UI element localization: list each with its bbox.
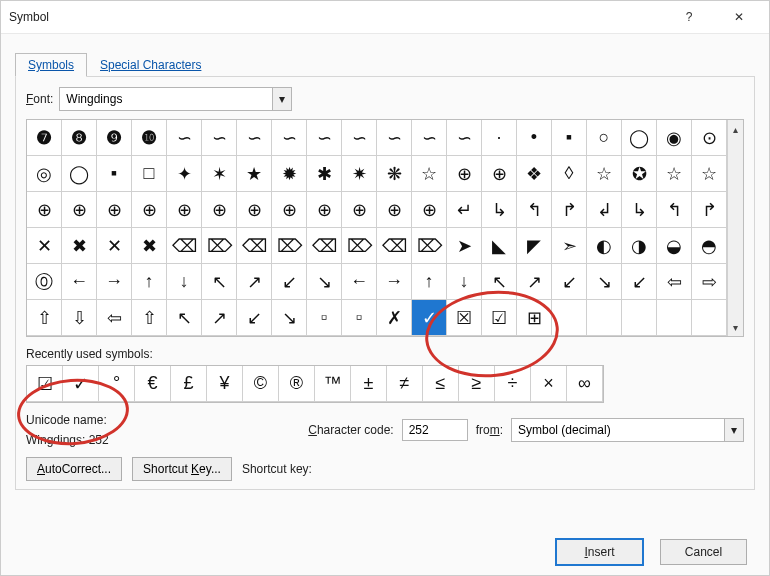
symbol-cell[interactable]: ↘: [272, 300, 307, 336]
scrollbar[interactable]: ▴ ▾: [727, 120, 743, 336]
insert-button[interactable]: Insert: [555, 538, 644, 566]
symbol-cell[interactable]: ✷: [342, 156, 377, 192]
symbol-cell[interactable]: ⊕: [132, 192, 167, 228]
symbol-cell[interactable]: [692, 300, 727, 336]
recent-symbol-cell[interactable]: ×: [531, 366, 567, 402]
symbol-cell[interactable]: ↑: [132, 264, 167, 300]
symbol-cell[interactable]: ⌫: [237, 228, 272, 264]
symbol-cell[interactable]: ↵: [447, 192, 482, 228]
symbol-cell[interactable]: ⊙: [692, 120, 727, 156]
tab-special-characters[interactable]: Special Characters: [87, 53, 214, 77]
symbol-cell[interactable]: ↖: [167, 300, 202, 336]
symbol-cell[interactable]: ⊕: [27, 192, 62, 228]
symbol-cell[interactable]: ∽: [202, 120, 237, 156]
symbol-cell[interactable]: ☑: [482, 300, 517, 336]
symbol-cell[interactable]: ∽: [167, 120, 202, 156]
symbol-cell[interactable]: ∽: [377, 120, 412, 156]
symbol-cell[interactable]: ○: [587, 120, 622, 156]
symbol-cell[interactable]: ↗: [202, 300, 237, 336]
symbol-cell[interactable]: ⓪: [27, 264, 62, 300]
symbol-cell[interactable]: →: [97, 264, 132, 300]
symbol-cell[interactable]: ❽: [62, 120, 97, 156]
scroll-up-icon[interactable]: ▴: [728, 120, 743, 138]
symbol-cell[interactable]: ⌫: [307, 228, 342, 264]
recent-symbol-cell[interactable]: ≥: [459, 366, 495, 402]
symbol-cell[interactable]: ←: [62, 264, 97, 300]
help-button[interactable]: ?: [667, 3, 711, 31]
symbol-cell[interactable]: ⊕: [482, 156, 517, 192]
symbol-cell[interactable]: ⌦: [202, 228, 237, 264]
symbol-cell[interactable]: ◯: [62, 156, 97, 192]
symbol-cell[interactable]: ⌦: [342, 228, 377, 264]
symbol-cell[interactable]: ↳: [622, 192, 657, 228]
symbol-cell[interactable]: ✹: [272, 156, 307, 192]
symbol-cell[interactable]: ⊕: [167, 192, 202, 228]
symbol-cell[interactable]: ∽: [272, 120, 307, 156]
shortcut-key-button[interactable]: Shortcut Key...: [132, 457, 232, 481]
symbol-grid[interactable]: ❼❽❾❿∽∽∽∽∽∽∽∽∽·•▪○◯◉⊙◎◯▪□✦✶★✹✱✷❋☆⊕⊕❖◊☆✪☆☆…: [27, 120, 727, 336]
cancel-button[interactable]: Cancel: [660, 539, 747, 565]
symbol-cell[interactable]: ↙: [622, 264, 657, 300]
symbol-cell[interactable]: ↖: [202, 264, 237, 300]
symbol-cell[interactable]: ❼: [27, 120, 62, 156]
font-input[interactable]: [60, 89, 272, 109]
symbol-cell[interactable]: ⇧: [27, 300, 62, 336]
symbol-cell[interactable]: →: [377, 264, 412, 300]
symbol-cell[interactable]: ▪: [97, 156, 132, 192]
symbol-cell[interactable]: ⌫: [167, 228, 202, 264]
recent-symbol-cell[interactable]: ✓: [63, 366, 99, 402]
symbol-cell[interactable]: ∽: [342, 120, 377, 156]
recent-symbol-cell[interactable]: ©: [243, 366, 279, 402]
symbol-cell[interactable]: ↓: [167, 264, 202, 300]
symbol-cell[interactable]: ↗: [517, 264, 552, 300]
symbol-cell[interactable]: ✓: [412, 300, 447, 336]
symbol-cell[interactable]: ↙: [237, 300, 272, 336]
close-button[interactable]: ✕: [717, 3, 761, 31]
symbol-cell[interactable]: ⇨: [692, 264, 727, 300]
symbol-cell[interactable]: ∽: [412, 120, 447, 156]
character-code-input[interactable]: [402, 419, 468, 441]
recent-symbol-cell[interactable]: ≠: [387, 366, 423, 402]
symbol-cell[interactable]: ☆: [412, 156, 447, 192]
recent-symbol-cell[interactable]: °: [99, 366, 135, 402]
symbol-cell[interactable]: ↰: [657, 192, 692, 228]
symbol-cell[interactable]: ✪: [622, 156, 657, 192]
tab-symbols[interactable]: Symbols: [15, 53, 87, 77]
from-combo[interactable]: ▾: [511, 418, 744, 442]
symbol-cell[interactable]: ↗: [237, 264, 272, 300]
symbol-cell[interactable]: □: [132, 156, 167, 192]
symbol-cell[interactable]: ❿: [132, 120, 167, 156]
recent-symbol-cell[interactable]: ¥: [207, 366, 243, 402]
symbol-cell[interactable]: ✱: [307, 156, 342, 192]
symbol-cell[interactable]: ◒: [657, 228, 692, 264]
symbol-cell[interactable]: ✕: [97, 228, 132, 264]
symbol-cell[interactable]: ↱: [552, 192, 587, 228]
symbol-cell[interactable]: ☒: [447, 300, 482, 336]
symbol-cell[interactable]: ⊕: [202, 192, 237, 228]
recent-symbol-cell[interactable]: ÷: [495, 366, 531, 402]
symbol-cell[interactable]: ⇧: [132, 300, 167, 336]
symbol-cell[interactable]: ◎: [27, 156, 62, 192]
symbol-cell[interactable]: ❾: [97, 120, 132, 156]
symbol-cell[interactable]: [552, 300, 587, 336]
symbol-cell[interactable]: ⊕: [62, 192, 97, 228]
symbol-cell[interactable]: ↰: [517, 192, 552, 228]
scroll-down-icon[interactable]: ▾: [728, 318, 743, 336]
symbol-cell[interactable]: ↙: [552, 264, 587, 300]
symbol-cell[interactable]: ⌦: [272, 228, 307, 264]
symbol-cell[interactable]: ✖: [62, 228, 97, 264]
from-input[interactable]: [512, 420, 724, 440]
symbol-cell[interactable]: ⊕: [342, 192, 377, 228]
symbol-cell[interactable]: ⊕: [377, 192, 412, 228]
symbol-cell[interactable]: ⇦: [97, 300, 132, 336]
recent-symbol-cell[interactable]: ≤: [423, 366, 459, 402]
symbol-cell[interactable]: ·: [482, 120, 517, 156]
symbol-cell[interactable]: ↖: [482, 264, 517, 300]
symbol-cell[interactable]: ☆: [657, 156, 692, 192]
symbol-cell[interactable]: ➣: [552, 228, 587, 264]
symbol-cell[interactable]: ∽: [447, 120, 482, 156]
symbol-cell[interactable]: ▫: [342, 300, 377, 336]
symbol-cell[interactable]: ◉: [657, 120, 692, 156]
symbol-cell[interactable]: ▪: [552, 120, 587, 156]
symbol-cell[interactable]: ◐: [587, 228, 622, 264]
